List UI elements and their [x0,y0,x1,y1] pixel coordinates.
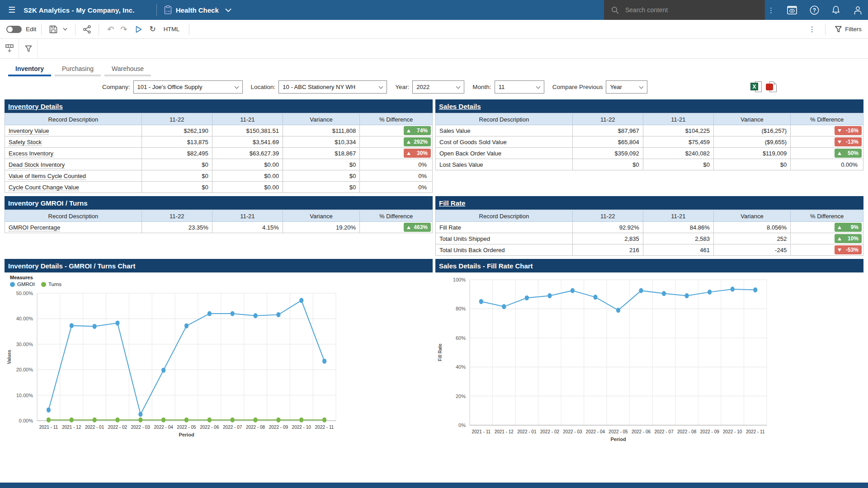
share-icon[interactable] [83,25,91,33]
svg-text:60%: 60% [456,335,466,341]
divider [75,23,75,35]
legend-swatch [10,282,15,287]
record-drill-link[interactable]: Cycle Count Change Value [9,184,79,191]
company-select[interactable]: 101 - Joe's Office Supply [133,80,243,94]
positive-change-badge: 463% [404,223,431,232]
negative-change-badge: -13% [835,137,862,146]
overflow-menu-icon[interactable]: ⋮ [768,7,774,14]
record-drill-link[interactable]: Inventory Value [9,127,49,135]
svg-text:40.00%: 40.00% [16,316,33,321]
column-header: 11-22 [142,211,212,222]
filters-label: Filters [845,26,862,33]
search-bar [604,0,765,20]
tab-warehouse[interactable]: Warehouse [103,62,153,76]
legend-label: GMROI [17,282,35,287]
value-cell: $0 [283,182,359,193]
prompt-parameters-icon[interactable] [0,39,19,58]
gmroi-turns-chart-panel: Inventory Details - GMROI / Turns Chart … [5,259,433,445]
value-cell: 8.056% [713,222,790,233]
year-select[interactable]: 2022 [412,80,464,94]
svg-text:Values: Values [7,350,12,364]
value-cell: 2,583 [643,233,713,244]
divider [99,23,99,35]
value-cell: $18,867 [283,148,359,159]
save-chevron-down-icon[interactable] [63,28,67,31]
divider [41,23,42,35]
value-cell: $111,808 [283,125,359,136]
compare-previous-select[interactable]: Year [606,80,647,94]
month-label: Month: [472,84,491,90]
nav-icon-group: ⋮ ? [765,0,868,20]
value-cell: $0 [713,159,790,170]
footer-bar [0,483,868,488]
column-header: 11-22 [572,211,643,222]
record-label: Cost of Goods Sold Value [439,139,507,145]
notifications-bell-icon[interactable] [831,5,840,15]
negative-change-badge: -53% [835,245,862,254]
value-cell: $0.00 [212,159,283,170]
value-cell: 4.15% [212,222,283,233]
table-row: Fill Rate92.92%84.86%8.056%9% [436,222,863,233]
filter-bar: Company: 101 - Joe's Office Supply Locat… [0,76,868,97]
svg-text:?: ? [812,7,816,13]
record-label: Lost Sales Value [439,161,483,168]
svg-text:2022 - 11: 2022 - 11 [315,425,334,430]
top-nav-bar: ☰ S2K Analytics - My Company, Inc. Healt… [0,0,868,20]
export-pdf-icon[interactable] [766,81,777,92]
value-cell: $82,495 [142,148,212,159]
search-input[interactable] [624,6,746,14]
help-icon[interactable]: ? [810,5,819,15]
record-drill-link[interactable]: Dead Stock Inventory [9,161,65,169]
undo-icon[interactable]: ↶ [107,24,114,34]
app-title: S2K Analytics - My Company, Inc. [24,6,135,14]
record-drill-link[interactable]: Value of Items Cycle Counted [9,173,86,180]
svg-text:2022 - 11: 2022 - 11 [746,429,765,434]
edit-toggle[interactable] [6,26,22,33]
column-header: 11-21 [212,114,283,125]
user-profile-icon[interactable] [853,5,863,15]
chevron-down-icon [536,84,540,89]
html-view-button[interactable]: HTML [164,26,179,33]
toolbar-overflow-icon[interactable]: ⋮ [808,25,816,33]
svg-text:40%: 40% [456,364,466,370]
value-cell: $240,082 [643,148,713,159]
column-header: % Difference [791,114,863,125]
tab-bar: Inventory Purchasing Warehouse [0,59,868,76]
fill-rate-table: Record Description11-2211-21Variance% Di… [435,210,863,256]
preview-eye-icon[interactable] [787,6,797,14]
inventory-details-panel: Inventory Details Record Description11-2… [5,99,433,193]
menu-icon[interactable]: ☰ [8,5,15,15]
fill-rate-chart-panel: Sales Details - Fill Rate Chart 0%20%40%… [435,259,863,448]
column-header: 11-21 [643,114,713,125]
report-chevron-down-icon[interactable] [225,8,231,12]
run-play-icon[interactable] [136,26,142,33]
location-select[interactable]: 10 - ABC Stationery NY WH [278,80,387,94]
positive-change-badge: 50% [835,149,862,158]
gmroi-turns-table: Record Description11-2211-21Variance% Di… [5,210,433,233]
record-drill-link[interactable]: Excess Inventory [9,150,53,157]
arrow-up-icon [838,226,841,229]
svg-text:2022 - 07: 2022 - 07 [223,425,242,430]
column-header: Variance [283,114,359,125]
record-label: Total Units Back Ordered [439,247,505,253]
month-select[interactable]: 11 [495,80,544,94]
record-drill-link[interactable]: Safety Stock [9,139,42,146]
gmroi-turns-chart: 0.00%10.00%20.00%30.00%40.00%50.00%2021 … [5,288,433,445]
sales-details-panel: Sales Details Record Description11-2211-… [435,99,863,170]
arrow-down-icon [838,129,841,132]
filters-button[interactable]: Filters [835,26,862,33]
fill-rate-chart-title: Sales Details - Fill Rate Chart [435,259,863,272]
record-drill-link[interactable]: GMROI Percentage [9,224,60,231]
svg-text:2022 - 02: 2022 - 02 [540,429,560,434]
filter-funnel-icon[interactable] [19,39,38,58]
table-row: Dead Stock Inventory$0$0.00$00% [5,159,433,170]
tab-inventory[interactable]: Inventory [6,62,53,76]
export-excel-icon[interactable]: X [750,81,762,92]
refresh-icon[interactable]: ↻ [149,24,156,34]
tab-purchasing[interactable]: Purchasing [53,62,103,76]
save-icon[interactable] [49,25,57,33]
divider [825,23,826,35]
value-cell: $0 [142,159,212,170]
svg-text:80%: 80% [456,306,466,311]
redo-icon[interactable]: ↷ [120,24,127,34]
